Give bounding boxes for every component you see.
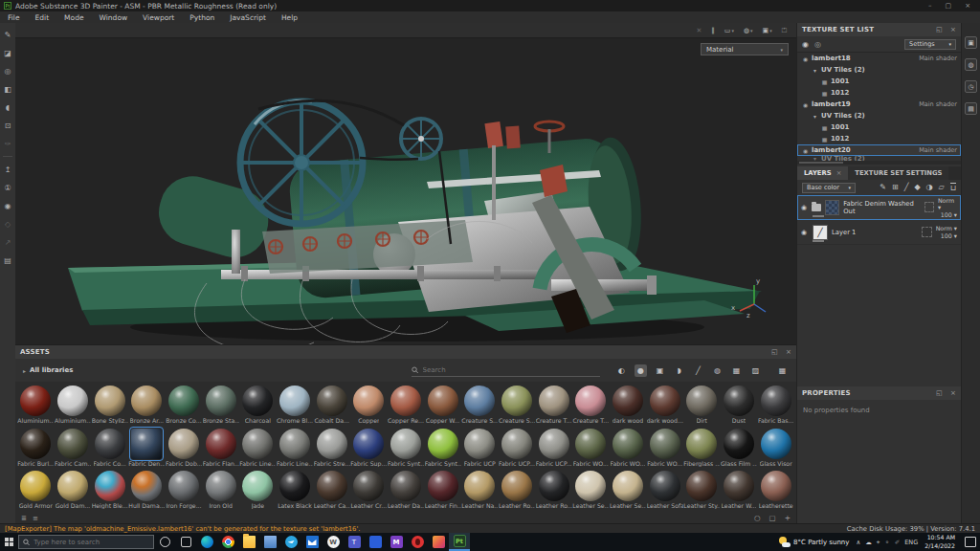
material-item[interactable]: Creature T... bbox=[572, 385, 610, 427]
maximize-button[interactable]: ▢ bbox=[946, 2, 952, 10]
mail-taskbar-button[interactable] bbox=[301, 533, 323, 551]
material-item[interactable]: Bronze Sta... bbox=[202, 385, 239, 427]
display-settings-icon[interactable]: ▭▾ bbox=[724, 27, 734, 34]
material-item[interactable]: Height Ble... bbox=[91, 470, 128, 512]
menu-viewport[interactable]: Viewport bbox=[135, 13, 182, 22]
texture-set-row-1001[interactable]: ▦1001 bbox=[797, 76, 961, 87]
filter-environments-icon[interactable]: ▨ bbox=[749, 364, 762, 377]
medibang-taskbar-button[interactable]: M bbox=[386, 533, 407, 551]
texture-set-row-lambert19[interactable]: ◉lambert19Main shader bbox=[797, 99, 961, 110]
add-folder-icon[interactable]: ▱ bbox=[939, 183, 945, 192]
document-icon[interactable]: ▤ bbox=[2, 254, 13, 266]
smudge-tool-icon[interactable]: ◖ bbox=[2, 101, 13, 113]
material-item[interactable]: Fabric Stre... bbox=[313, 428, 350, 470]
material-item[interactable]: Fabric Line... bbox=[277, 428, 314, 470]
material-item[interactable]: Fabric WO... bbox=[572, 428, 610, 470]
material-item[interactable]: Leather Sty... bbox=[683, 470, 721, 512]
material-item[interactable]: Latex Black bbox=[277, 470, 314, 512]
show-all-eye-icon[interactable]: ◉ bbox=[802, 40, 809, 49]
add-mask-icon[interactable]: ◑ bbox=[926, 183, 933, 192]
polygon-fill-tool-icon[interactable]: ◧ bbox=[2, 83, 13, 95]
texture-set-row-1001[interactable]: ▦1001 bbox=[797, 121, 961, 133]
filter-materials-icon[interactable]: ◐ bbox=[615, 364, 628, 377]
menu-window[interactable]: Window bbox=[92, 13, 136, 22]
menu-javascript[interactable]: JavaScript bbox=[222, 13, 274, 22]
material-item[interactable]: Copper Re... bbox=[388, 385, 425, 427]
material-item[interactable]: Leather W... bbox=[721, 470, 758, 512]
layer-mask-box[interactable] bbox=[924, 202, 934, 212]
shader-sphere-icon[interactable]: ◍▾ bbox=[744, 27, 753, 34]
camera-icon[interactable]: ⏍ bbox=[782, 27, 787, 34]
filter-textures-icon[interactable]: ▦ bbox=[730, 364, 743, 377]
filter-smart-materials-icon[interactable]: ● bbox=[635, 364, 647, 377]
material-item[interactable]: Bronze Co... bbox=[166, 385, 203, 427]
cortana-button[interactable] bbox=[154, 533, 175, 551]
export-icon[interactable]: ↥ bbox=[2, 164, 13, 175]
material-item[interactable]: Fabric UCP... bbox=[535, 428, 572, 470]
telegram-taskbar-button[interactable] bbox=[280, 533, 301, 551]
material-item[interactable]: Fiberglass ... bbox=[683, 428, 721, 470]
texture-set-row-lambert18[interactable]: ◉lambert18Main shader bbox=[797, 53, 961, 64]
material-item[interactable]: Leather Se... bbox=[572, 470, 610, 512]
material-item[interactable]: Dirt bbox=[683, 385, 721, 427]
zoom-in-thumb-icon[interactable]: + bbox=[785, 514, 791, 522]
timer-icon[interactable]: ◇ bbox=[2, 218, 13, 230]
material-item[interactable]: Copper W... bbox=[424, 385, 461, 427]
material-item[interactable]: Gold Armor bbox=[17, 470, 55, 512]
photos-taskbar-button[interactable] bbox=[428, 533, 449, 551]
language-indicator[interactable]: ENG bbox=[904, 539, 918, 546]
menu-python[interactable]: Python bbox=[182, 13, 222, 22]
teams-taskbar-button[interactable]: T bbox=[344, 533, 365, 551]
assets-search-input[interactable] bbox=[423, 366, 600, 374]
word-taskbar-button[interactable]: W bbox=[323, 533, 344, 551]
material-item[interactable]: Fabric UCP bbox=[461, 428, 499, 470]
minimize-button[interactable]: – bbox=[928, 2, 932, 10]
material-item[interactable]: Cobalt Da... bbox=[313, 385, 350, 427]
material-item[interactable]: Glass Visor bbox=[757, 428, 794, 470]
taskbar-search-input[interactable] bbox=[33, 539, 149, 546]
material-item[interactable]: Creature T... bbox=[535, 385, 572, 427]
texture-set-settings-dropdown[interactable]: Settings▾ bbox=[904, 39, 956, 50]
material-item[interactable]: Fabric Sup... bbox=[350, 428, 388, 470]
material-item[interactable]: Fabric Burl... bbox=[17, 428, 55, 470]
material-item[interactable]: Fabric Bas... bbox=[757, 385, 794, 427]
pause-engine-icon[interactable]: ∥ bbox=[711, 27, 715, 34]
layer-row[interactable]: ◉Fabric Denim Washed OutNorm ▾100 ▾ bbox=[797, 195, 961, 220]
display-panel-icon[interactable]: ▣ bbox=[965, 36, 977, 49]
visibility-eye-icon[interactable]: ◉ bbox=[801, 55, 810, 62]
material-item[interactable]: Leatherette bbox=[757, 470, 794, 512]
projection-tool-icon[interactable]: ◎ bbox=[2, 65, 13, 77]
library-selector[interactable]: ▸ All libraries bbox=[23, 366, 406, 374]
material-item[interactable]: Fabric Co... bbox=[91, 428, 128, 470]
onedrive-cloud-icon[interactable]: ☁ bbox=[865, 539, 872, 546]
camera-settings-icon[interactable]: ▣▾ bbox=[763, 27, 772, 34]
microphone-icon[interactable]: ⌖ bbox=[877, 539, 880, 546]
material-item[interactable]: Aluminium... bbox=[17, 385, 55, 427]
texture-set-hscrollbar[interactable] bbox=[797, 161, 961, 165]
taskbar-search[interactable] bbox=[18, 535, 154, 549]
history-panel-icon[interactable]: ◷ bbox=[965, 80, 977, 93]
model-old-machine[interactable]: y x z bbox=[15, 38, 796, 344]
material-item[interactable]: Iron Old bbox=[202, 470, 239, 512]
chrome-taskbar-button[interactable] bbox=[217, 533, 238, 551]
material-item[interactable]: Leather Se... bbox=[610, 470, 647, 512]
close-icon[interactable]: × bbox=[786, 348, 791, 356]
add-fill-icon[interactable]: ⊞ bbox=[892, 183, 899, 192]
opacity-dropdown[interactable]: 100 ▾ bbox=[941, 211, 957, 218]
shader-panel-icon[interactable]: ◍ bbox=[965, 58, 977, 71]
material-item[interactable]: Copper bbox=[350, 385, 388, 427]
texture-set-row-1012[interactable]: ▦1012 bbox=[797, 133, 961, 144]
material-item[interactable]: Bone Styliz... bbox=[91, 385, 128, 427]
visibility-eye-icon[interactable]: ◉ bbox=[801, 204, 808, 211]
add-effect-icon[interactable]: ✎ bbox=[880, 183, 886, 192]
material-item[interactable]: Bronze Ar... bbox=[128, 385, 166, 427]
add-paint-icon[interactable]: ╱ bbox=[904, 183, 909, 192]
properties-panel-icon[interactable]: ▤ bbox=[965, 102, 977, 115]
material-item[interactable]: Leather Cr... bbox=[350, 470, 388, 512]
material-item[interactable]: Leather Na... bbox=[461, 470, 499, 512]
visibility-eye-icon[interactable]: ◉ bbox=[801, 101, 810, 108]
tab-layers[interactable]: LAYERS× bbox=[797, 166, 848, 180]
task-view-button[interactable] bbox=[175, 533, 196, 551]
eraser-tool-icon[interactable]: ◪ bbox=[2, 47, 13, 58]
file-explorer-taskbar-button[interactable] bbox=[238, 533, 259, 551]
